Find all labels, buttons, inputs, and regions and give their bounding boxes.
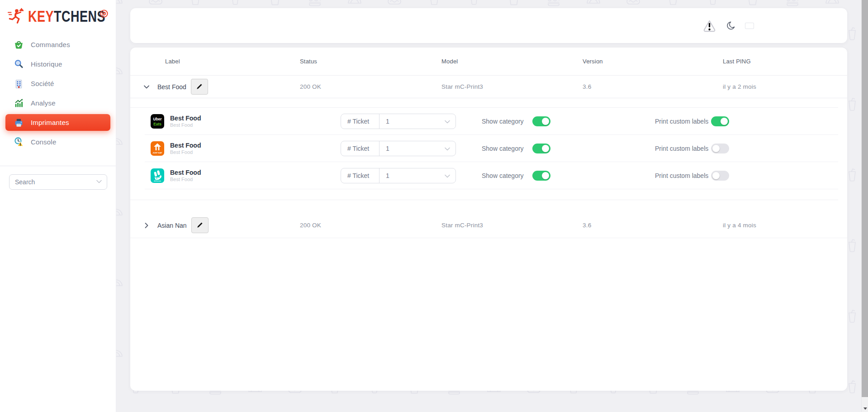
printer-model: Star mC-Print3: [441, 83, 583, 90]
printer-row[interactable]: Best Food 200 OK Star mC-Print3 3.6 il y…: [130, 76, 847, 98]
sidebar-nav: Commandes Historique Société Analyse Imp…: [0, 36, 116, 150]
chart-icon: [14, 98, 24, 108]
ticket-prefix-label: # Ticket: [341, 168, 379, 183]
sidebar-collapse-target-icon[interactable]: [100, 9, 109, 18]
column-header-status: Status: [300, 58, 441, 65]
printer-version: 3.6: [583, 83, 723, 90]
printer-row[interactable]: Asian Nan 200 OK Star mC-Print3 3.6 il y…: [130, 213, 847, 238]
scrollbar-thumb[interactable]: [862, 0, 868, 397]
printer-last-ping: il y a 4 mois: [723, 222, 847, 229]
ticket-count-select[interactable]: 1: [379, 168, 455, 183]
ticket-prefix-label: # Ticket: [341, 114, 379, 129]
show-category-toggle[interactable]: [532, 144, 550, 153]
running-chef-logo-icon: [7, 7, 26, 26]
pencil-icon: [196, 83, 203, 90]
brand-name: KEYTCHENS: [28, 8, 105, 26]
sidebar: KEYTCHENS Commandes Historique Société A…: [0, 0, 116, 412]
channel-row: Best Food Best Food # Ticket 1 Show cate…: [145, 162, 838, 189]
sidebar-item-label: Console: [31, 138, 56, 146]
chevron-down-icon: [444, 174, 451, 178]
scroll-down-arrow-icon: [863, 407, 867, 410]
edit-printer-button[interactable]: [191, 217, 209, 233]
print-custom-labels-label: Print custom labels: [655, 118, 708, 125]
channel-subtitle: Best Food: [170, 149, 201, 155]
sidebar-item-label: Commandes: [31, 41, 70, 48]
sidebar-item-commandes[interactable]: Commandes: [5, 36, 110, 53]
channel-subtitle: Best Food: [170, 177, 201, 182]
show-category-toggle[interactable]: [532, 116, 550, 126]
dark-mode-moon-icon[interactable]: [726, 21, 735, 30]
print-custom-labels-toggle[interactable]: [711, 171, 729, 181]
print-custom-labels-toggle[interactable]: [711, 116, 729, 126]
just-eat-icon: [151, 141, 164, 156]
search-input[interactable]: Search: [9, 174, 107, 190]
channel-row: Best Food Best Food # Ticket 1 Show cate…: [145, 135, 838, 162]
sidebar-item-analyse[interactable]: Analyse: [5, 95, 110, 111]
magnifier-icon: [14, 59, 24, 69]
sidebar-item-imprimantes[interactable]: Imprimantes: [5, 114, 110, 131]
printer-icon: [14, 117, 24, 128]
logo: KEYTCHENS: [0, 0, 116, 28]
ticket-prefix-label: # Ticket: [341, 141, 379, 156]
print-custom-labels-label: Print custom labels: [655, 172, 708, 179]
expanded-panel-bottom: [130, 189, 838, 200]
sidebar-item-console[interactable]: Console: [5, 134, 110, 150]
sidebar-item-societe[interactable]: Société: [5, 75, 110, 92]
sidebar-item-label: Imprimantes: [31, 119, 69, 126]
ticket-count-value: 1: [386, 172, 389, 179]
chevron-down-icon: [444, 120, 451, 124]
column-header-label: Label: [156, 58, 300, 65]
pencil-icon: [196, 222, 203, 229]
alerts-icon[interactable]: [702, 19, 716, 33]
ticket-count-value: 1: [386, 118, 389, 125]
printer-status: 200 OK: [300, 83, 441, 90]
channel-row: Best Food Best Food # Ticket 1 Show cate…: [145, 108, 838, 135]
channel-title: Best Food: [170, 142, 201, 149]
printer-label: Asian Nan: [157, 222, 187, 229]
printer-last-ping: il y a 2 mois: [723, 83, 847, 90]
ticket-count-control: # Ticket 1: [341, 168, 456, 183]
column-header-model: Model: [441, 58, 583, 65]
ticket-count-control: # Ticket 1: [341, 114, 456, 129]
printer-version: 3.6: [583, 222, 723, 229]
search-placeholder: Search: [15, 178, 35, 186]
channel-subtitle: Best Food: [170, 122, 201, 128]
printer-model: Star mC-Print3: [441, 222, 583, 229]
print-custom-labels-label: Print custom labels: [655, 145, 708, 152]
sidebar-item-label: Analyse: [31, 99, 56, 107]
uber-eats-icon: [151, 114, 164, 129]
scrollbar-down-button[interactable]: [862, 405, 868, 412]
chevron-down-icon: [444, 147, 451, 151]
ticket-count-value: 1: [386, 145, 389, 152]
channel-title: Best Food: [170, 169, 201, 177]
expand-chevron-icon[interactable]: [143, 222, 150, 229]
print-custom-labels-toggle[interactable]: [711, 144, 729, 153]
printer-status: 200 OK: [300, 222, 441, 229]
expanded-panel-top: [130, 98, 838, 108]
expand-chevron-icon[interactable]: [143, 83, 150, 91]
show-category-label: Show category: [482, 118, 524, 125]
sidebar-item-historique[interactable]: Historique: [5, 56, 110, 72]
ticket-count-select[interactable]: 1: [379, 114, 455, 129]
sidebar-item-label: Historique: [31, 60, 62, 68]
console-icon: [14, 137, 24, 147]
ticket-count-control: # Ticket 1: [341, 141, 456, 156]
top-header-bar: [130, 8, 847, 43]
sidebar-divider: [0, 166, 116, 166]
chevron-down-icon: [96, 179, 102, 184]
printer-label: Best Food: [157, 83, 186, 91]
ticket-count-select[interactable]: 1: [379, 141, 455, 156]
page-scrollbar: [861, 0, 868, 412]
show-category-label: Show category: [482, 145, 524, 152]
deliveroo-icon: [151, 168, 164, 183]
show-category-toggle[interactable]: [532, 171, 550, 181]
table-header-row: Label Status Model Version Last PING: [130, 48, 847, 76]
column-header-lastping: Last PING: [723, 58, 847, 65]
channel-title: Best Food: [170, 115, 201, 122]
column-header-version: Version: [583, 58, 723, 65]
edit-printer-button[interactable]: [191, 79, 208, 95]
show-category-label: Show category: [482, 172, 524, 179]
language-flag-fr-icon[interactable]: [745, 23, 754, 29]
building-icon: [14, 78, 24, 89]
sidebar-item-label: Société: [31, 80, 54, 87]
